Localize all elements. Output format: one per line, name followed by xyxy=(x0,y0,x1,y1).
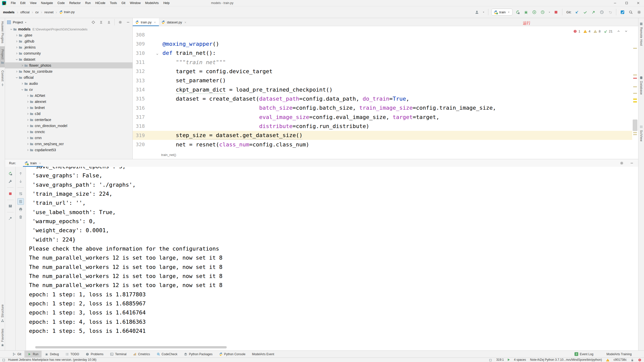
chevron-right-icon[interactable] xyxy=(26,148,30,152)
minimize-icon[interactable] xyxy=(609,0,621,6)
rerun-button[interactable] xyxy=(7,170,14,177)
user-button[interactable] xyxy=(474,9,480,15)
menu-refactor[interactable]: Refactor xyxy=(67,1,83,5)
code-area[interactable]: 308309@moxing_wrapper()310def train_net(… xyxy=(133,26,632,150)
stripe-item-huawei-plugins[interactable]: Huawei Plugins xyxy=(0,18,5,46)
chevron-right-icon[interactable] xyxy=(26,112,30,116)
stripe-item-sciview[interactable]: SciView xyxy=(638,122,644,144)
editor-scrollbar-thumb[interactable] xyxy=(633,119,637,131)
tree-item-crnn_seq2seq_ocr[interactable]: crnn_seq2seq_ocr xyxy=(5,141,132,147)
breadcrumb-item-models[interactable]: models xyxy=(3,10,15,14)
menu-file[interactable]: File xyxy=(9,1,18,5)
menu-modelarts[interactable]: ModelArts xyxy=(143,1,161,5)
error-stripe-mark[interactable] xyxy=(633,93,637,94)
stripe-item-favorites[interactable]: Favorites xyxy=(0,326,5,350)
toolwindow-button-git[interactable]: Git xyxy=(9,351,24,357)
scrollbar-thumb[interactable] xyxy=(35,346,227,348)
chevron-down-icon[interactable] xyxy=(9,27,13,31)
tree-item-cspdarknet53[interactable]: cspdarknet53 xyxy=(5,147,132,153)
tree-item-brdnet[interactable]: brdnet xyxy=(5,105,132,111)
error-stripe-mark[interactable] xyxy=(633,101,637,102)
tab-close-icon[interactable] xyxy=(184,20,187,24)
toolwindow-button-problems[interactable]: Problems xyxy=(82,351,107,357)
toolwindow-button-run[interactable]: Run xyxy=(24,351,42,357)
code-line-319[interactable]: 319 step_size = dataset.get_dataset_size… xyxy=(133,131,632,140)
hector-inspections-icon[interactable] xyxy=(638,358,641,362)
chevron-right-icon[interactable] xyxy=(26,142,30,146)
indicator-icon[interactable] xyxy=(489,358,492,361)
tree-item-crnn[interactable]: crnn xyxy=(5,135,132,141)
stripe-item-commit[interactable]: Commit xyxy=(0,67,5,90)
tree-item-centerface[interactable]: centerface xyxy=(5,117,132,123)
chevron-down-icon[interactable] xyxy=(24,20,27,24)
code-line-318[interactable]: 318 distribute=config.run_distribute) xyxy=(133,122,632,131)
chevron-down-icon[interactable] xyxy=(15,57,19,61)
chevron-right-icon[interactable] xyxy=(26,124,30,128)
toolwindow-button-python-packages[interactable]: Python Packages xyxy=(181,351,216,357)
chevron-right-icon[interactable] xyxy=(26,136,30,140)
chevron-right-icon[interactable] xyxy=(26,100,30,104)
toolwindow-button-modelarts-training[interactable]: ModelArts Training xyxy=(603,351,635,357)
stop-button[interactable] xyxy=(7,190,14,197)
hide-panel-button[interactable] xyxy=(629,160,635,166)
up-button[interactable] xyxy=(17,170,24,177)
run-tab-train[interactable]: train xyxy=(23,159,43,167)
menu-help[interactable]: Help xyxy=(161,1,172,5)
menu-navigate[interactable]: Navigate xyxy=(39,1,55,5)
settings-button[interactable] xyxy=(619,160,625,166)
tree-item-_gitee[interactable]: .gitee xyxy=(5,32,132,38)
menu-git[interactable]: Git xyxy=(119,1,127,5)
code-line-312[interactable]: 312 target = config.device_target xyxy=(133,67,632,76)
tree-item-c3d[interactable]: c3d xyxy=(5,111,132,117)
commit-check-button[interactable] xyxy=(582,9,588,15)
tree-item-_github[interactable]: .github xyxy=(5,38,132,44)
stripe-item-project[interactable]: Project xyxy=(0,46,5,67)
toolwindow-button-debug[interactable]: Debug xyxy=(42,351,62,357)
code-line-320[interactable]: 320 net = resnet(class_num=config.class_… xyxy=(133,140,632,149)
error-stripe-mark[interactable] xyxy=(633,48,637,49)
hide-button[interactable] xyxy=(125,19,131,25)
tree-item-models[interactable]: modelsE:\Develope\Project\Git\Clone\mode… xyxy=(5,26,132,32)
menu-run[interactable]: Run xyxy=(83,1,93,5)
tab-dataset_py[interactable]: dataset.py xyxy=(159,18,189,26)
error-stripe-mark[interactable] xyxy=(633,74,637,75)
chevron-down-icon[interactable] xyxy=(15,75,19,79)
chevron-right-icon[interactable] xyxy=(15,51,19,55)
tree-item-ADNet[interactable]: ADNet xyxy=(5,93,132,99)
error-stripe-mark[interactable] xyxy=(633,132,637,133)
chevron-right-icon[interactable] xyxy=(26,94,30,98)
layout-button[interactable] xyxy=(7,203,14,209)
push-button[interactable] xyxy=(590,9,596,15)
tree-item-flower_photos[interactable]: flower_photos xyxy=(5,62,132,68)
fold-arrow-icon[interactable] xyxy=(156,51,159,57)
rollback-button[interactable] xyxy=(607,9,613,15)
breadcrumb-item-trainpy[interactable]: train.py xyxy=(59,10,75,14)
status-message[interactable]: Huawei Jetbrains Marketplace has new ver… xyxy=(8,358,96,361)
interpreter-label[interactable]: Note-ihZej Python 3.7.10...nvs/MindSpore… xyxy=(530,358,602,361)
stripe-item-remote-host[interactable]: Remote Host xyxy=(638,19,644,49)
wrench-button[interactable] xyxy=(7,178,14,185)
code-line-314[interactable]: 314 ckpt_param_dict = load_pre_trained_c… xyxy=(133,85,632,94)
toolwindow-button-cmetrics[interactable]: Cmetrics xyxy=(130,351,153,357)
tree-item-cv[interactable]: cv xyxy=(5,87,132,93)
down-button[interactable] xyxy=(17,178,24,185)
chevron-right-icon[interactable] xyxy=(15,39,19,43)
pin-button[interactable] xyxy=(7,215,14,222)
stop-button[interactable] xyxy=(553,9,559,15)
code-line-317[interactable]: 317 eval_image_size=config.eval_image_si… xyxy=(133,112,632,122)
gear-button[interactable] xyxy=(117,19,123,25)
code-line-313[interactable]: 313 set_parameter() xyxy=(133,76,632,85)
chevron-right-icon[interactable] xyxy=(26,118,30,122)
tab-close-icon[interactable] xyxy=(39,161,42,165)
git-branch-label[interactable]: c901738c xyxy=(614,358,627,361)
code-line-309[interactable]: 309@moxing_wrapper() xyxy=(133,39,632,48)
tree-item-cnn_direction_model[interactable]: cnn_direction_model xyxy=(5,123,132,129)
error-stripe-mark[interactable] xyxy=(633,86,637,87)
stripe-item-database[interactable]: Database xyxy=(638,73,644,98)
breadcrumb-item-official[interactable]: official xyxy=(20,10,30,14)
locate-button[interactable] xyxy=(90,19,96,25)
tree-item-community[interactable]: community xyxy=(5,50,132,56)
error-stripe-mark[interactable] xyxy=(633,134,637,135)
maximize-icon[interactable] xyxy=(621,0,632,6)
console-output[interactable]: 'save_checkpoint_epochs': 5, 'save_graph… xyxy=(26,167,638,344)
